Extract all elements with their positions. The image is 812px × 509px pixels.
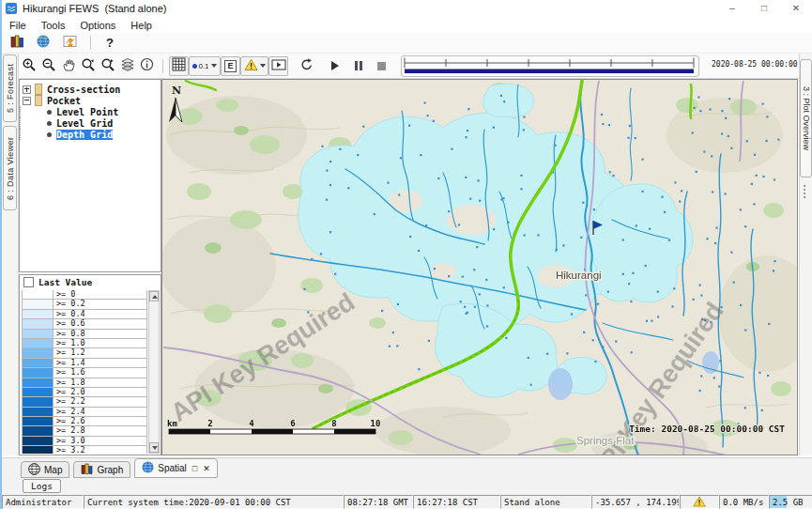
tab-spatial-label: Spatial	[158, 463, 187, 473]
scroll-up-icon[interactable]	[149, 291, 159, 301]
svg-text:4: 4	[249, 419, 254, 428]
legend-list: >= 0 >= 0.2 >= 0.4 >= 0.6	[22, 290, 147, 454]
tree-item-label[interactable]: Level Grid	[56, 118, 113, 129]
legend-row[interactable]: >= 3.2	[22, 446, 147, 454]
tree-item-depth-grid[interactable]: Depth Grid	[20, 129, 161, 140]
database-display-button[interactable]	[6, 34, 28, 53]
legend-color-swatch	[23, 348, 54, 357]
pause-icon	[355, 61, 362, 70]
scroll-down-icon[interactable]	[149, 442, 159, 453]
status-system-time: Current system time:2020-09-01 00:00 CST	[84, 495, 344, 509]
legend-color-swatch	[23, 397, 54, 406]
play-button[interactable]	[326, 57, 344, 75]
collapse-icon[interactable]	[23, 97, 31, 105]
tree-item-label[interactable]: Level Point	[56, 107, 118, 117]
legend-row-label: >= 0	[54, 290, 75, 299]
legend-scrollbar[interactable]	[148, 290, 160, 454]
tree-item-level-grid[interactable]: Level Grid	[20, 117, 161, 129]
menu-options[interactable]: Options	[72, 20, 123, 31]
tab-data-viewer[interactable]: 6 : Data Viewer	[3, 126, 17, 210]
tab-graph[interactable]: Graph	[73, 461, 130, 478]
legend-color-swatch	[23, 359, 54, 367]
last-value-checkbox[interactable]	[23, 277, 34, 287]
tab-plot-overview[interactable]: 3 : Plot Overview	[800, 59, 812, 177]
legend-row-label: >= 2.0	[54, 388, 85, 396]
tree-item-level-point[interactable]: Level Point	[20, 106, 161, 117]
tree-item-label[interactable]: Pocket	[47, 96, 81, 106]
warning-icon	[693, 496, 706, 509]
panel-grip[interactable]	[804, 185, 810, 198]
pan-button[interactable]	[58, 56, 78, 76]
legend-row-label: >= 0.4	[54, 310, 85, 318]
map-view[interactable]: API Key Required API Key Required N Hiku…	[161, 79, 798, 455]
zoom-in-button[interactable]	[19, 56, 38, 76]
tab-spatial[interactable]: Spatial □ ✕	[134, 458, 218, 478]
pause-button[interactable]	[349, 57, 367, 75]
timeseries-display-button[interactable]	[58, 34, 81, 53]
legend-color-swatch	[23, 339, 54, 347]
tree-item-label[interactable]: Cross-section	[47, 85, 120, 95]
tab-forecast[interactable]: 5 : Forecast	[3, 54, 17, 122]
legend-color-swatch	[23, 290, 54, 299]
status-local-time: 16:27:18 CST	[413, 495, 500, 509]
node-bullet-icon	[47, 110, 52, 115]
zoom-previous-button[interactable]	[78, 56, 98, 76]
longitudinal-profile-button[interactable]: E	[221, 56, 240, 76]
tab-map[interactable]: Map	[21, 461, 69, 478]
legend-row[interactable]: >= 1.6	[22, 368, 147, 378]
menu-tools[interactable]: Tools	[34, 20, 73, 31]
close-button[interactable]: ✕	[780, 0, 812, 17]
main-toolbar: ?	[2, 33, 812, 54]
menu-help[interactable]: Help	[123, 20, 160, 31]
legend-color-swatch	[23, 368, 54, 377]
loop-button[interactable]	[298, 57, 315, 75]
chevron-down-icon	[211, 64, 217, 68]
expand-icon[interactable]	[23, 85, 31, 94]
globe-icon	[142, 461, 154, 475]
menu-file[interactable]: File	[2, 20, 34, 31]
scale-value: 0.1	[198, 62, 208, 70]
status-network-rate: 0.0 MB/s	[719, 495, 769, 509]
animation-icon	[271, 58, 286, 74]
tree-item-label-selected[interactable]: Depth Grid	[56, 130, 113, 140]
legend-color-swatch	[23, 426, 54, 435]
info-button[interactable]	[137, 56, 157, 76]
timeline-slider[interactable]	[401, 55, 699, 77]
animation-button[interactable]	[268, 56, 288, 76]
legend-row-label: >= 2.8	[54, 426, 85, 435]
layers-button[interactable]	[117, 56, 137, 76]
warning-threshold-button[interactable]	[240, 56, 268, 76]
tree-item-pocket[interactable]: Pocket	[20, 95, 161, 106]
legend-row-label: >= 1.0	[54, 339, 85, 347]
place-label-springs-flat: Springs Flat	[576, 435, 635, 446]
logs-button[interactable]: Logs	[23, 479, 61, 493]
tab-close-button[interactable]: ✕	[203, 464, 210, 473]
legend-color-swatch	[23, 310, 54, 318]
svg-text:10: 10	[371, 419, 381, 428]
legend-color-swatch	[23, 378, 54, 387]
timeline-datetime: 2020-08-25 00:00:00 CST	[712, 60, 812, 69]
zoom-out-button[interactable]	[38, 56, 58, 76]
status-warning[interactable]	[680, 495, 719, 509]
spatial-display-button[interactable]	[32, 34, 54, 53]
minimize-button[interactable]: –	[716, 0, 748, 17]
grid-icon	[172, 57, 186, 74]
info-icon	[140, 57, 154, 74]
zoom-in-icon	[22, 57, 37, 75]
zoom-next-button[interactable]	[98, 56, 117, 76]
help-button[interactable]: ?	[100, 34, 119, 53]
legend-row[interactable]: >= 0.6	[22, 319, 147, 329]
maximize-button[interactable]: □	[748, 0, 780, 17]
status-user: Administrator	[2, 495, 84, 509]
tab-detach-button[interactable]: □	[192, 464, 197, 473]
logs-row: Logs	[2, 478, 812, 495]
legend-color-swatch	[23, 408, 54, 416]
tree-item-cross-section[interactable]: Cross-section	[20, 84, 161, 95]
tree-indent	[20, 129, 43, 140]
map-toolbar: 0.1 E 2020-08-25 00:00:00 CST	[19, 54, 801, 79]
place-label-hikurangi: Hikurangi	[556, 270, 602, 281]
scale-threshold-button[interactable]: 0.1	[189, 56, 221, 76]
grid-display-button[interactable]	[169, 56, 189, 76]
stop-button[interactable]	[373, 57, 391, 75]
legend-row-label: >= 0.6	[54, 319, 85, 328]
